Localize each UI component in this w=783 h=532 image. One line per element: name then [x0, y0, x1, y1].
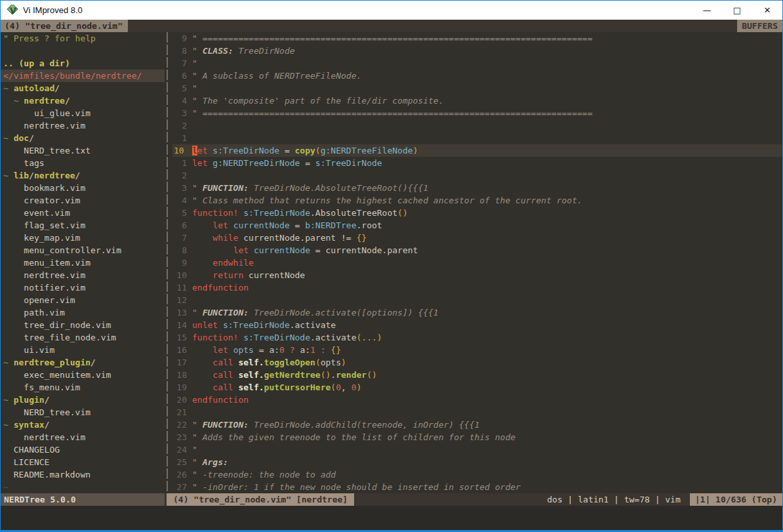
- code-line[interactable]: 12: [172, 294, 782, 306]
- code-line[interactable]: 17 call self.toggleOpen(opts): [172, 356, 782, 369]
- code-line[interactable]: 22" FUNCTION: TreeDirNode.addChild(treen…: [172, 419, 782, 431]
- tree-item[interactable]: ui_glue.vim: [3, 107, 165, 119]
- tree-item[interactable]: NERD_tree.txt: [3, 144, 165, 157]
- tree-item[interactable]: README.markdown: [3, 468, 165, 481]
- tree-item[interactable]: path.vim: [3, 306, 165, 319]
- code-line[interactable]: 15function! s:TreeDirNode.activate(...): [172, 331, 782, 344]
- code-line[interactable]: 2: [172, 119, 782, 132]
- code-line[interactable]: 1let g:NERDTreeDirNode = s:TreeDirNode: [172, 157, 782, 169]
- code-line[interactable]: 9" =====================================…: [172, 32, 782, 45]
- code-line[interactable]: 6" A subclass of NERDTreeFileNode.: [172, 70, 782, 82]
- code-line[interactable]: 7 while currentNode.parent != {}: [172, 232, 782, 244]
- tree-item[interactable]: nerdtree.vim: [3, 269, 165, 281]
- text-segment: let: [212, 345, 228, 355]
- code-line[interactable]: 23" Adds the given treenode to the list …: [172, 431, 782, 443]
- text-segment: (...): [356, 333, 382, 342]
- code-line[interactable]: 4" Class method that returns the highest…: [172, 194, 782, 207]
- line-number: 25: [172, 456, 192, 468]
- tree-item[interactable]: notifier.vim: [3, 281, 165, 294]
- tree-item[interactable]: ~ plugin/: [3, 394, 165, 406]
- text-segment: path.vim: [3, 308, 65, 317]
- code-line[interactable]: 5function! s:TreeDirNode.AbsoluteTreeRoo…: [172, 207, 782, 219]
- code-line[interactable]: 8 let currentNode = currentNode.parent: [172, 244, 782, 256]
- tree-item[interactable]: key_map.vim: [3, 232, 165, 244]
- tree-item[interactable]: ~ doc/: [3, 132, 165, 144]
- tree-item[interactable]: event.vim: [3, 207, 165, 219]
- maximize-button[interactable]: □: [722, 1, 752, 20]
- close-button[interactable]: ✕: [752, 1, 782, 20]
- text-segment: currentNode: [243, 270, 305, 280]
- tree-item[interactable]: NERD_tree.vim: [3, 406, 165, 419]
- tree-item[interactable]: tags: [3, 157, 165, 169]
- text-segment: ": [192, 83, 197, 93]
- code-line[interactable]: 16 let opts = a:0 ? a:1 : {}: [172, 344, 782, 356]
- tree-item[interactable]: ~ nerdtree_plugin/: [3, 356, 165, 369]
- text-segment: l: [192, 146, 197, 155]
- code-line[interactable]: 9 endwhile: [172, 256, 782, 269]
- text-segment: NERD_tree.txt: [3, 146, 90, 155]
- text-segment: nerdtree.vim: [3, 121, 85, 131]
- tree-item[interactable]: ~ autoload/: [3, 82, 165, 94]
- code-line[interactable]: 6 let currentNode = b:NERDTree.root: [172, 219, 782, 232]
- code-line[interactable]: 20endfunction: [172, 394, 782, 406]
- tree-item[interactable]: ui.vim: [3, 344, 165, 356]
- code-text: " -treenode: the node to add: [192, 468, 782, 481]
- code-line[interactable]: 26" -treenode: the node to add: [172, 468, 782, 481]
- nerdtree-status: NERDTree 5.0.0: [1, 493, 165, 506]
- tree-item[interactable]: ~: [3, 481, 165, 493]
- code-line[interactable]: 7": [172, 57, 782, 70]
- text-segment: .activate: [290, 320, 336, 330]
- tree-item[interactable]: menu_item.vim: [3, 256, 165, 269]
- tree-item[interactable]: fs_menu.vim: [3, 381, 165, 394]
- code-line[interactable]: 21: [172, 406, 782, 419]
- tree-item[interactable]: creator.vim: [3, 194, 165, 207]
- tree-item[interactable]: ~ syntax/: [3, 419, 165, 431]
- text-segment: menu_controller.vim: [3, 245, 121, 255]
- tree-item[interactable]: opener.vim: [3, 294, 165, 306]
- tree-item[interactable]: flag_set.vim: [3, 219, 165, 232]
- code-line[interactable]: 3" =====================================…: [172, 107, 782, 119]
- code-line[interactable]: 10 return currentNode: [172, 269, 782, 281]
- code-line[interactable]: 4" The 'composite' part of the file/dir …: [172, 94, 782, 107]
- code-line[interactable]: 1: [172, 132, 782, 144]
- tree-item[interactable]: .. (up a dir): [3, 57, 165, 70]
- text-segment: ui.vim: [3, 345, 54, 355]
- tree-item[interactable]: nerdtree.vim: [3, 431, 165, 443]
- code-line[interactable]: 5": [172, 82, 782, 94]
- code-line[interactable]: 3" FUNCTION: TreeDirNode.AbsoluteTreeRoo…: [172, 182, 782, 194]
- text-segment: 0: [279, 345, 285, 355]
- tree-item[interactable]: nerdtree.vim: [3, 119, 165, 132]
- tab-tree-dir-node[interactable]: (4) "tree_dir_node.vim": [1, 20, 128, 32]
- text-segment: flag_set.vim: [3, 220, 85, 230]
- tree-item[interactable]: " Press ? for help: [3, 32, 165, 45]
- text-segment: s:TreeDirNode: [212, 146, 279, 155]
- command-line[interactable]: [1, 506, 782, 530]
- tree-item[interactable]: ~ nerdtree/: [3, 94, 165, 107]
- text-segment: ": [192, 308, 203, 317]
- code-line[interactable]: 27" -inOrder: 1 if the new node should b…: [172, 481, 782, 493]
- text-segment: =: [290, 220, 305, 230]
- tree-item[interactable]: tree_dir_node.vim: [3, 319, 165, 331]
- code-line[interactable]: 2: [172, 169, 782, 182]
- code-line[interactable]: 25" Args:: [172, 456, 782, 468]
- tree-item[interactable]: exec_menuitem.vim: [3, 369, 165, 381]
- code-line[interactable]: 13" FUNCTION: TreeDirNode.activate([opti…: [172, 306, 782, 319]
- code-line[interactable]: 11endfunction: [172, 281, 782, 294]
- tree-item[interactable]: CHANGELOG: [3, 443, 165, 456]
- tree-item[interactable]: LICENCE: [3, 456, 165, 468]
- code-line[interactable]: 14unlet s:TreeDirNode.activate: [172, 319, 782, 331]
- tree-item[interactable]: ~ lib/nerdtree/: [3, 169, 165, 182]
- code-text: endfunction: [192, 281, 782, 294]
- window-split-separator[interactable]: [165, 32, 172, 493]
- code-line[interactable]: 18 call self.getNerdtree().render(): [172, 369, 782, 381]
- minimize-button[interactable]: —: [692, 1, 722, 20]
- code-line[interactable]: 19 call self.putCursorHere(0, 0): [172, 381, 782, 394]
- tree-item[interactable]: tree_file_node.vim: [3, 331, 165, 344]
- text-segment: /: [54, 83, 60, 93]
- tree-item[interactable]: menu_controller.vim: [3, 244, 165, 256]
- tree-item[interactable]: bookmark.vim: [3, 182, 165, 194]
- tree-item[interactable]: </vimfiles/bundle/nerdtree/: [1, 70, 165, 82]
- code-line[interactable]: 24": [172, 443, 782, 456]
- code-line-current[interactable]: 10let s:TreeDirNode = copy(g:NERDTreeFil…: [172, 144, 782, 157]
- code-line[interactable]: 8" CLASS: TreeDirNode: [172, 45, 782, 57]
